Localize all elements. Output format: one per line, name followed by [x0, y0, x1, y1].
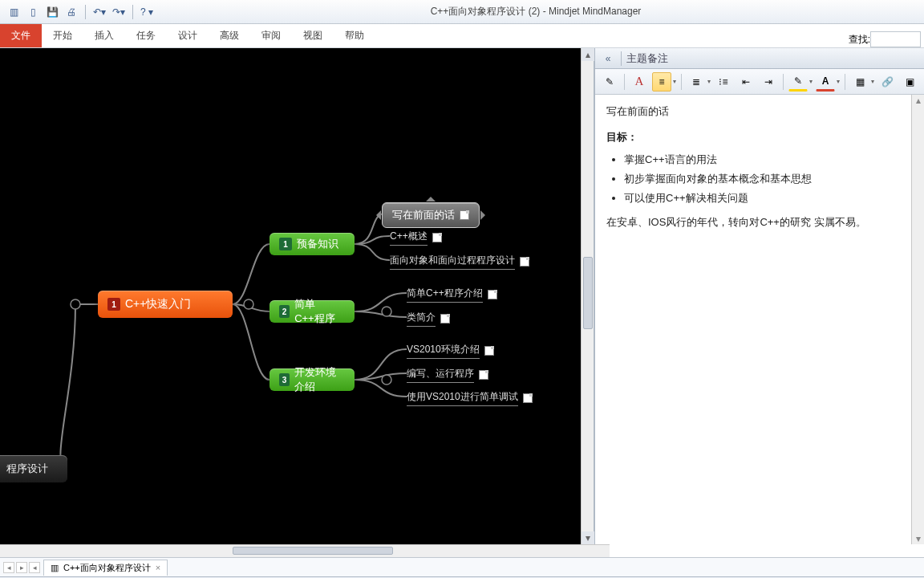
note-icon: [520, 257, 529, 267]
notes-title: 主题备注: [626, 51, 668, 66]
redo-icon[interactable]: ↷▾: [111, 5, 126, 19]
tab-view[interactable]: 视图: [292, 24, 334, 47]
quick-access-toolbar: ▥ ▯ 💾 🖨 ↶▾ ↷▾ ? ▾: [6, 5, 154, 19]
branch-node-2[interactable]: 2 简单C++程序: [270, 300, 355, 323]
tab-insert[interactable]: 插入: [83, 24, 125, 47]
find-box: 查找:: [849, 31, 924, 47]
branch-label: 开发环境介绍: [294, 365, 345, 394]
svg-point-3: [382, 375, 391, 385]
tab-file[interactable]: 文件: [0, 24, 42, 47]
notes-heading: 目标：: [606, 130, 900, 144]
title-bar: ▥ ▯ 💾 🖨 ↶▾ ↷▾ ? ▾ C++面向对象程序设计 (2) - Mind…: [0, 0, 924, 24]
scroll-down-icon[interactable]: ▾: [582, 531, 594, 544]
help-icon[interactable]: ? ▾: [140, 5, 154, 19]
canvas-hscroll[interactable]: [0, 544, 610, 557]
scroll-up-icon[interactable]: ▴: [582, 48, 594, 61]
tab-first-icon[interactable]: ◂: [3, 562, 14, 573]
canvas-vscroll[interactable]: ▴ ▾: [581, 48, 594, 544]
save-icon[interactable]: 💾: [45, 5, 59, 19]
list-item: 掌握C++语言的用法: [624, 153, 900, 167]
svg-point-2: [382, 307, 391, 316]
tab-prev-icon[interactable]: ▸: [16, 562, 27, 573]
notes-first-line: 写在前面的话: [606, 104, 900, 119]
svg-point-1: [244, 299, 253, 309]
note-icon: [488, 290, 497, 299]
document-tabs: ◂ ▸ ◂ ▥ C++面向对象程序设计 ×: [0, 557, 924, 576]
tab-last-icon[interactable]: ◂: [29, 562, 40, 573]
leaf-node[interactable]: 编写、运行程序: [407, 367, 488, 383]
window-title: C++面向对象程序设计 (2) - Mindjet MindManager: [154, 5, 918, 18]
bullet-list-icon[interactable]: ⁝≡: [714, 72, 733, 92]
leaf-node[interactable]: C++概述: [390, 230, 442, 246]
branch-label: 预备知识: [297, 237, 338, 251]
document-tab[interactable]: ▥ C++面向对象程序设计 ×: [43, 560, 168, 576]
link-icon[interactable]: 🔗: [877, 72, 897, 92]
table-icon[interactable]: ▦: [850, 72, 869, 92]
badge-icon: 3: [279, 373, 290, 386]
tab-task[interactable]: 任务: [125, 24, 167, 47]
notes-toolbar: ✎ A ≡▾ ≣▾ ⁝≡ ⇤ ⇥ ✎▾ A▾ ▦▾ 🔗 ▣: [595, 69, 924, 95]
parent-node-cut[interactable]: 程序设计: [0, 455, 67, 482]
leaf-node[interactable]: 面向对象和面向过程程序设计: [390, 254, 529, 270]
notes-paragraph: 在安卓、IOS风行的年代，转向对C++的研究 实属不易。: [606, 215, 900, 230]
doc-tab-label: C++面向对象程序设计: [63, 562, 151, 574]
scroll-thumb[interactable]: [583, 257, 593, 329]
tab-design[interactable]: 设计: [167, 24, 209, 47]
numbered-list-icon[interactable]: ≣: [687, 72, 706, 92]
note-icon: [484, 346, 494, 356]
font-icon[interactable]: A: [630, 72, 649, 92]
highlight-color-icon[interactable]: ✎: [788, 72, 808, 92]
note-icon: [460, 210, 469, 220]
leaf-node[interactable]: 类简介: [407, 311, 450, 327]
find-label: 查找:: [849, 33, 870, 47]
note-icon: [440, 314, 450, 324]
branch-node-3[interactable]: 3 开发环境介绍: [270, 368, 355, 391]
undo-icon[interactable]: ↶▾: [92, 5, 107, 19]
list-item: 初步掌握面向对象的基本概念和基本思想: [624, 172, 900, 186]
tab-review[interactable]: 审阅: [250, 24, 292, 47]
app-icon[interactable]: ▥: [6, 5, 21, 19]
notes-bullets: 掌握C++语言的用法 初步掌握面向对象的基本概念和基本思想 可以使用C++解决相…: [624, 153, 900, 206]
new-icon[interactable]: ▯: [26, 5, 40, 19]
tab-start[interactable]: 开始: [42, 24, 83, 47]
scroll-down-icon: ▾: [916, 533, 921, 544]
find-input[interactable]: [870, 31, 921, 47]
notes-vscroll[interactable]: ▴▾: [911, 95, 924, 544]
list-item: 可以使用C++解决相关问题: [624, 191, 900, 206]
tab-advanced[interactable]: 高级: [209, 24, 250, 47]
notes-panel: « 主题备注 ✎ A ≡▾ ≣▾ ⁝≡ ⇤ ⇥ ✎▾ A▾ ▦▾ 🔗 ▣ 写在前…: [594, 48, 924, 544]
print-icon[interactable]: 🖨: [64, 5, 79, 19]
mindmap-canvas[interactable]: 1 C++快速入门 1 预备知识 2 简单C++程序 3 开发环境介绍 写在前面…: [0, 48, 594, 544]
notes-body[interactable]: 写在前面的话 目标： 掌握C++语言的用法 初步掌握面向对象的基本概念和基本思想…: [595, 95, 911, 544]
doc-icon: ▥: [51, 563, 59, 573]
leaf-node[interactable]: 使用VS2010进行简单调试: [407, 390, 533, 406]
tab-nav: ◂ ▸ ◂: [3, 562, 40, 573]
root-node[interactable]: 1 C++快速入门: [98, 291, 233, 318]
parent-label: 程序设计: [6, 462, 48, 476]
notes-header: « 主题备注: [595, 48, 924, 69]
tab-help[interactable]: 帮助: [334, 24, 375, 47]
font-color-icon[interactable]: A: [816, 72, 835, 92]
badge-icon: 2: [279, 305, 290, 318]
badge-icon: 1: [107, 298, 120, 311]
close-icon[interactable]: ×: [156, 563, 160, 572]
scroll-up-icon: ▴: [916, 95, 921, 106]
image-icon[interactable]: ▣: [900, 72, 919, 92]
leaf-label: 写在前面的话: [392, 208, 455, 222]
branch-label: 简单C++程序: [294, 297, 345, 326]
leaf-node[interactable]: 简单C++程序介绍: [407, 287, 497, 303]
selected-leaf-node[interactable]: 写在前面的话: [382, 202, 480, 228]
leaf-node[interactable]: VS2010环境介绍: [407, 343, 494, 359]
ribbon: 文件 开始 插入 任务 设计 高级 审阅 视图 帮助 查找:: [0, 24, 924, 48]
branch-node-1[interactable]: 1 预备知识: [270, 233, 355, 255]
note-icon: [523, 393, 533, 403]
indent-icon[interactable]: ⇥: [759, 72, 778, 92]
highlighter-icon[interactable]: ✎: [600, 72, 619, 92]
align-icon[interactable]: ≡: [652, 72, 671, 92]
note-icon: [432, 233, 442, 242]
note-icon: [479, 370, 488, 380]
collapse-icon[interactable]: «: [600, 53, 616, 64]
scroll-thumb[interactable]: [233, 547, 393, 555]
outdent-icon[interactable]: ⇤: [736, 72, 756, 92]
badge-icon: 1: [279, 238, 292, 250]
